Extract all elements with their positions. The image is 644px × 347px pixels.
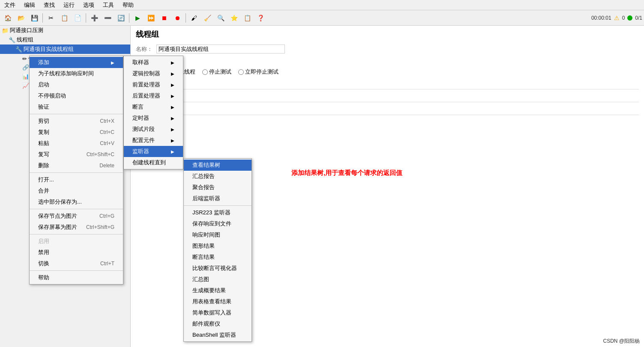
submenu-monitor: 查看结果树 汇总报告 聚合报告 后端监听器 JSR223 监听器 保存响应到文件… <box>183 158 252 342</box>
progress-count: 0/1 <box>635 15 642 21</box>
add-sampler[interactable]: 取样器 ▶ <box>124 57 183 68</box>
annotation: 添加结果树,用于查看每个请求的返回值 <box>291 169 402 177</box>
broom-btn[interactable]: 🧹 <box>201 12 213 24</box>
ctx-add[interactable]: 添加 ▶ <box>30 57 123 68</box>
ctx-open[interactable]: 打开... <box>30 174 123 185</box>
stop-now-radio[interactable] <box>238 69 244 75</box>
monitor-response-time-graph[interactable]: 响应时间图 <box>184 229 252 240</box>
add-config-element[interactable]: 配置元件 ▶ <box>124 135 183 146</box>
run-btn[interactable]: ▶ <box>132 12 144 24</box>
add-post-processor[interactable]: 后置处理器 ▶ <box>124 90 183 101</box>
run-no-pause-btn[interactable]: ⏩ <box>145 12 157 24</box>
add-logic-controller[interactable]: 逻辑控制器 ▶ <box>124 68 183 79</box>
monitor-mail-viewer[interactable]: 邮件观察仪 <box>184 318 252 329</box>
add-test-fragment[interactable]: 测试片段 ▶ <box>124 124 183 135</box>
monitor-jsr223[interactable]: JSR223 监听器 <box>184 207 252 218</box>
monitor-generate-summary[interactable]: 生成概要结果 <box>184 285 252 296</box>
menu-run[interactable]: 运行 <box>61 1 77 9</box>
stop-now-label[interactable]: 立即停止测试 <box>238 68 279 76</box>
open-btn[interactable]: 📂 <box>15 12 27 24</box>
monitor-beanshell[interactable]: BeanShell 监听器 <box>184 329 252 341</box>
list-btn[interactable]: 📋 <box>241 12 253 24</box>
ctx-copy[interactable]: 复制 Ctrl+C <box>30 127 123 138</box>
save-btn[interactable]: 💾 <box>28 12 40 24</box>
ctx-delete[interactable]: 删除 Delete <box>30 160 123 171</box>
menu-tools[interactable]: 工具 <box>100 1 117 9</box>
ctx-validate[interactable]: 验证 <box>30 101 123 113</box>
collapse-btn[interactable]: ➖ <box>102 12 114 24</box>
ctx-duplicate[interactable]: 复写 Ctrl+Shift+C <box>30 149 123 160</box>
menu-find[interactable]: 查找 <box>41 1 57 9</box>
monitor-view-results-tree[interactable]: 查看结果树 <box>184 160 252 171</box>
monitor-aggregate-report[interactable]: 聚合报告 <box>184 182 252 193</box>
ctx-paste[interactable]: 粘贴 Ctrl+V <box>30 138 123 149</box>
root-collapse-icon: 📁 <box>2 27 9 34</box>
monitor-summary-graph[interactable]: 汇总图 <box>184 274 252 285</box>
stop-now-btn[interactable]: ⏺ <box>171 12 183 24</box>
thread-group-expand-icon: 🔧 <box>9 37 15 43</box>
ctx-help[interactable]: 帮助 <box>30 272 123 283</box>
stop-test-radio[interactable] <box>202 69 208 75</box>
status-dot <box>627 15 632 21</box>
stop-btn[interactable]: ⏹ <box>158 12 170 24</box>
field-1b: 1 <box>136 106 639 115</box>
reset-btn[interactable]: 🔄 <box>115 12 127 24</box>
tree-project-label: 阿通项目实战线程组 <box>24 45 74 53</box>
menu-edit[interactable]: 编辑 <box>21 1 38 9</box>
ctx-enable[interactable]: 启用 <box>30 236 123 247</box>
tree-root[interactable]: 📁 阿通接口压测 <box>0 26 130 35</box>
tree-project[interactable]: 🔧 阿通项目实战线程组 <box>0 44 130 54</box>
cut-btn[interactable]: ✂ <box>45 12 57 24</box>
monitor-sep-1 <box>184 205 252 206</box>
search-btn[interactable]: 🔍 <box>215 12 227 24</box>
add-pre-processor[interactable]: 前置处理器 ▶ <box>124 79 183 90</box>
ctx-toggle[interactable]: 切换 Ctrl+T <box>30 258 123 269</box>
menu-file[interactable]: 文件 <box>2 1 18 9</box>
menu-help[interactable]: 帮助 <box>120 1 136 9</box>
ctx-cut[interactable]: 剪切 Ctrl+X <box>30 116 123 127</box>
name-input[interactable] <box>156 44 285 53</box>
monitor-assertion-results[interactable]: 断言结果 <box>184 252 252 263</box>
brush-btn[interactable]: 🖌 <box>188 12 200 24</box>
menu-options[interactable]: 选项 <box>81 1 97 9</box>
ctx-save-node-img[interactable]: 保存节点为图片 Ctrl+G <box>30 211 123 222</box>
submenu-add: 取样器 ▶ 逻辑控制器 ▶ 前置处理器 ▶ 后置处理器 ▶ 断言 ▶ 定时器 ▶… <box>123 56 183 169</box>
field-200-row: 200 <box>136 80 639 89</box>
tree-thread-group-label: 线程组 <box>17 36 33 44</box>
monitor-backend-listener[interactable]: 后端监听器 <box>184 193 252 204</box>
context-menu: 添加 ▶ 为子线程添加响应时间 启动 不停顿启动 验证 剪切 Ctrl+X 复制… <box>29 56 123 285</box>
tree-thread-group[interactable]: 🔧 线程组 <box>0 35 130 44</box>
add-listener[interactable]: 监听器 ▶ <box>124 146 183 157</box>
ctx-sep-1 <box>30 114 123 114</box>
expand-btn[interactable]: ➕ <box>88 12 100 24</box>
ctx-start-no-pause[interactable]: 不停顿启动 <box>30 90 123 101</box>
ctx-sep-5 <box>30 270 123 271</box>
field-200: 200 <box>136 80 639 89</box>
monitor-compare-assertion[interactable]: 比较断言可视化器 <box>184 263 252 274</box>
monitor-graph-results[interactable]: 图形结果 <box>184 240 252 252</box>
copy-btn[interactable]: 📋 <box>58 12 70 24</box>
ctx-disable[interactable]: 禁用 <box>30 247 123 258</box>
ctx-add-thread-time[interactable]: 为子线程添加响应时间 <box>30 68 123 79</box>
ctx-start[interactable]: 启动 <box>30 79 123 90</box>
paste-btn[interactable]: 📄 <box>72 12 84 24</box>
ctx-sep-4 <box>30 234 123 234</box>
name-label: 名称： <box>136 45 153 53</box>
field-1a-row: 1 <box>136 93 639 102</box>
monitor-simple-data-writer[interactable]: 简单数据写入器 <box>184 307 252 318</box>
add-timer[interactable]: 定时器 ▶ <box>124 113 183 124</box>
highlight-btn[interactable]: ⭐ <box>228 12 240 24</box>
panel-title: 线程组 <box>136 29 639 39</box>
monitor-summary-report[interactable]: 汇总报告 <box>184 171 252 182</box>
ctx-save-screen-img[interactable]: 保存屏幕为图片 Ctrl+Shift+G <box>30 222 123 233</box>
item2-icon: 🔗 <box>22 64 29 71</box>
add-create-thread[interactable]: 创建线程直到 <box>124 157 183 168</box>
monitor-save-response[interactable]: 保存响应到文件 <box>184 218 252 229</box>
ctx-save-as[interactable]: 选中部分保存为... <box>30 196 123 208</box>
help-btn[interactable]: ❓ <box>255 12 267 24</box>
add-assertion[interactable]: 断言 ▶ <box>124 101 183 113</box>
new-btn[interactable]: 🏠 <box>2 12 14 24</box>
monitor-table-results[interactable]: 用表格查看结果 <box>184 296 252 307</box>
stop-test-label[interactable]: 停止测试 <box>202 68 231 76</box>
ctx-merge[interactable]: 合并 <box>30 185 123 196</box>
